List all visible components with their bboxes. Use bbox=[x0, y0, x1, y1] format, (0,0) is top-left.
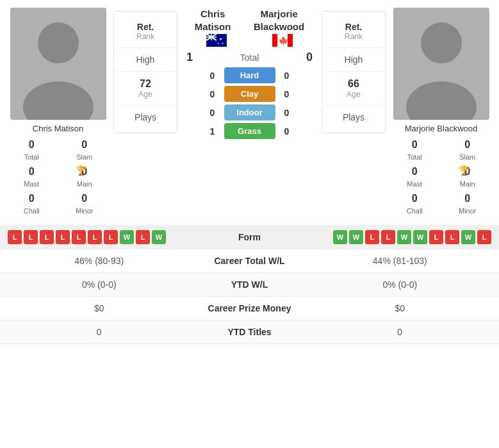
left-trophy-main: 0 Main 🏆 bbox=[58, 164, 111, 191]
comparison-row-3: $0 Career Prize Money $0 bbox=[0, 297, 499, 320]
career-wl-label: Career Total W/L bbox=[189, 256, 311, 266]
badge-l5: L bbox=[72, 230, 86, 244]
badge-rl1: L bbox=[365, 230, 379, 244]
right-form-badges: W W L L W W L L W L bbox=[288, 230, 492, 244]
svg-text:★: ★ bbox=[222, 42, 224, 45]
left-age-cell: 72 Age bbox=[117, 72, 174, 106]
left-stat-total: 0 Total bbox=[5, 137, 58, 164]
total-score-left: 1 bbox=[183, 51, 196, 64]
comparison-row-1: 46% (80-93) Career Total W/L 44% (81-103… bbox=[0, 249, 499, 273]
badge-l7: L bbox=[104, 230, 118, 244]
prize-money-label: Career Prize Money bbox=[189, 303, 311, 313]
badge-rl2: L bbox=[381, 230, 395, 244]
ytd-titles-left: 0 bbox=[10, 327, 189, 337]
court-row-hard: 0 Hard 0 bbox=[183, 67, 316, 83]
right-player-avatar bbox=[393, 8, 489, 120]
grass-court-button[interactable]: Grass bbox=[224, 123, 275, 139]
left-player-flag: ★ ★ ★ bbox=[206, 34, 227, 47]
left-plays-cell: Plays bbox=[117, 106, 174, 129]
court-rows: 0 Hard 0 0 Clay 0 0 Indoor 0 bbox=[183, 67, 316, 139]
svg-point-1 bbox=[38, 22, 79, 63]
comparison-table: 46% (80-93) Career Total W/L 44% (81-103… bbox=[0, 249, 499, 344]
badge-w2: W bbox=[152, 230, 166, 244]
left-high-cell: High bbox=[117, 48, 174, 72]
svg-text:🍁: 🍁 bbox=[279, 36, 288, 46]
form-section: L L L L L L L W L W Form W W L L W W L L… bbox=[0, 225, 499, 249]
svg-point-17 bbox=[421, 22, 462, 63]
right-player-flag: 🍁 bbox=[272, 34, 293, 47]
career-wl-right: 44% (81-103) bbox=[311, 256, 490, 266]
ytd-titles-label: YTD Titles bbox=[189, 327, 311, 337]
total-score-row: 1 Total 0 bbox=[183, 51, 316, 64]
right-trophy-icon: 🏆 bbox=[459, 165, 470, 176]
right-center-panel: Ret. Rank High 66 Age Plays bbox=[322, 11, 386, 133]
left-form-badges: L L L L L L L W L W bbox=[8, 230, 211, 244]
badge-rw1: W bbox=[333, 230, 347, 244]
left-player-avatar bbox=[10, 8, 106, 120]
court-row-grass: 1 Grass 0 bbox=[183, 123, 316, 139]
left-stat-minor: 0 Minor bbox=[58, 191, 111, 218]
prize-money-right: $0 bbox=[311, 303, 490, 313]
right-stat-mast: 0 Mast bbox=[388, 164, 441, 191]
clay-court-button[interactable]: Clay bbox=[224, 86, 275, 102]
badge-rl5: L bbox=[477, 230, 491, 244]
left-center-panel: Ret. Rank High 72 Age Plays bbox=[113, 11, 177, 133]
left-stat-mast: 0 Mast bbox=[5, 164, 58, 191]
left-rank-cell: Ret. Rank bbox=[117, 15, 174, 48]
right-avatar-silhouette bbox=[393, 8, 489, 120]
ytd-titles-right: 0 bbox=[311, 327, 490, 337]
left-stat-chall: 0 Chall bbox=[5, 191, 58, 218]
right-stat-total: 0 Total bbox=[388, 137, 441, 164]
ca-flag-icon: 🍁 bbox=[272, 34, 293, 47]
court-row-clay: 0 Clay 0 bbox=[183, 86, 316, 102]
badge-l6: L bbox=[88, 230, 102, 244]
right-plays-cell: Plays bbox=[325, 106, 382, 129]
badge-rw4: W bbox=[413, 230, 427, 244]
badge-l8: L bbox=[136, 230, 150, 244]
ytd-wl-left: 0% (0-0) bbox=[10, 279, 189, 290]
badge-l4: L bbox=[56, 230, 70, 244]
svg-rect-13 bbox=[272, 34, 277, 47]
right-age-cell: 66 Age bbox=[325, 72, 382, 106]
comparison-row-2: 0% (0-0) YTD W/L 0% (0-0) bbox=[0, 273, 499, 297]
career-wl-left: 46% (80-93) bbox=[10, 256, 189, 266]
left-player-section: Chris Matison 0 Total 0 Slam 0 Mast 0 Ma… bbox=[5, 8, 111, 218]
au-flag-icon: ★ ★ ★ bbox=[206, 34, 227, 47]
right-stat-slam: 0 Slam bbox=[441, 137, 495, 164]
right-high-cell: High bbox=[325, 48, 382, 72]
middle-section: ChrisMatison MarjorieBlackwood bbox=[180, 8, 319, 139]
svg-text:★: ★ bbox=[217, 42, 220, 45]
right-player-header-name: MarjorieBlackwood bbox=[254, 8, 304, 33]
total-score-right: 0 bbox=[303, 51, 316, 64]
right-stat-chall: 0 Chall bbox=[388, 191, 441, 218]
svg-rect-14 bbox=[288, 34, 293, 47]
right-stat-minor: 0 Minor bbox=[441, 191, 495, 218]
svg-text:★: ★ bbox=[219, 37, 222, 41]
badge-rw5: W bbox=[461, 230, 475, 244]
ytd-wl-label: YTD W/L bbox=[189, 279, 311, 290]
comparison-row-4: 0 YTD Titles 0 bbox=[0, 320, 499, 344]
right-trophy-main: 0 Main 🏆 bbox=[441, 164, 495, 191]
main-container: Chris Matison 0 Total 0 Slam 0 Mast 0 Ma… bbox=[0, 0, 499, 344]
right-player-name: Marjorie Blackwood bbox=[405, 124, 477, 133]
left-avatar-silhouette bbox=[10, 8, 106, 120]
hard-court-button[interactable]: Hard bbox=[224, 67, 275, 83]
left-stat-slam: 0 Slam bbox=[58, 137, 111, 164]
badge-rl4: L bbox=[445, 230, 459, 244]
ytd-wl-right: 0% (0-0) bbox=[311, 279, 490, 290]
right-rank-cell: Ret. Rank bbox=[325, 15, 382, 48]
left-player-header-name: ChrisMatison bbox=[195, 8, 231, 33]
total-label: Total bbox=[201, 53, 298, 63]
court-row-indoor: 0 Indoor 0 bbox=[183, 104, 316, 120]
badge-w1: W bbox=[120, 230, 134, 244]
prize-money-left: $0 bbox=[10, 303, 189, 313]
badge-l1: L bbox=[8, 230, 22, 244]
right-player-section: Marjorie Blackwood 0 Total 0 Slam 0 Mast… bbox=[388, 8, 494, 218]
left-player-name: Chris Matison bbox=[33, 124, 83, 133]
form-center-label: Form bbox=[211, 232, 288, 242]
badge-rl3: L bbox=[429, 230, 443, 244]
left-trophy-icon: 🏆 bbox=[76, 165, 86, 176]
badge-rw3: W bbox=[397, 230, 411, 244]
indoor-court-button[interactable]: Indoor bbox=[224, 104, 275, 120]
badge-l3: L bbox=[40, 230, 54, 244]
